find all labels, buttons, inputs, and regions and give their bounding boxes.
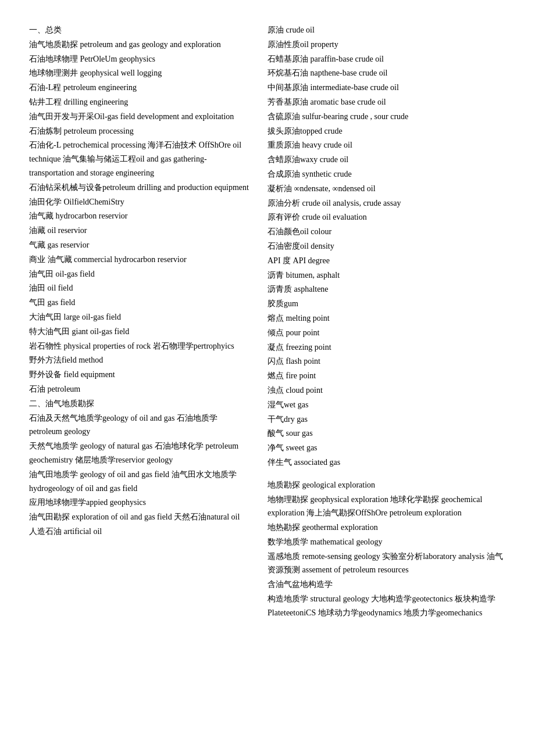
list-item: 中间基原油 intermediate-base crude oil — [268, 81, 506, 95]
list-item: 石油钻采机械与设备petroleum drilling and producti… — [29, 181, 250, 195]
list-item: 石油及天然气地质学geology of oil and gas 石油地质学 pe… — [29, 411, 250, 439]
list-item: 构造地质学 structural geology 大地构造学geotectoni… — [268, 592, 506, 620]
list-item: 石油化-L petrochemical processing 海洋石油技术 Of… — [29, 138, 250, 180]
list-item: 含硫原油 sulfur-bearing crude , sour crude — [268, 110, 506, 124]
list-item: 拔头原油topped crude — [268, 124, 506, 138]
list-item: 一、总类 — [29, 23, 250, 37]
list-item: 钻井工程 drilling engineering — [29, 95, 250, 109]
list-item: 野外设备 field equipment — [29, 368, 250, 382]
list-item: 气田 gas field — [29, 296, 250, 310]
list-item: 熔点 melting point — [268, 311, 506, 325]
blank-line — [268, 470, 506, 478]
list-item: 石油炼制 petroleum processing — [29, 124, 250, 138]
list-item: 石油-L程 petroleum engineering — [29, 81, 250, 95]
list-item: 净气 sweet gas — [268, 441, 506, 455]
list-item: 大油气田 large oil-gas field — [29, 310, 250, 324]
list-item: 油气田地质学 geology of oil and gas field 油气田水… — [29, 468, 250, 496]
list-item: 含油气盆地构造学 — [268, 578, 506, 592]
list-item: 伴生气 associated gas — [268, 456, 506, 470]
list-item: 闪点 flash point — [268, 354, 506, 368]
list-item: 石油 petroleum — [29, 382, 250, 396]
list-item: 倾点 pour point — [268, 326, 506, 340]
list-item: 石油颜色oil colour — [268, 225, 506, 239]
list-item: 石油密度oil density — [268, 239, 506, 253]
list-item: 石油地球物理 PetrOleUm geophysics — [29, 52, 250, 66]
list-item: 地质勘探 geological exploration — [268, 478, 506, 492]
list-item: 原油性质oil property — [268, 38, 506, 52]
list-item: 油田 oil field — [29, 281, 250, 295]
list-item: API 度 API degree — [268, 254, 506, 268]
list-item: 气藏 gas reservior — [29, 238, 250, 252]
list-item: 合成原油 synthetic crude — [268, 167, 506, 181]
list-item: 油气地质勘探 petroleum and gas geology and exp… — [29, 38, 250, 52]
list-item: 浊点 cloud point — [268, 384, 506, 397]
list-item: 原油分析 crude oil analysis, crude assay — [268, 196, 506, 210]
left-column: 一、总类油气地质勘探 petroleum and gas geology and… — [29, 23, 250, 621]
list-item: 油气田开发与开采Oil-gas field development and ex… — [29, 110, 250, 124]
list-item: 遥感地质 remote-sensing geology 实验室分析laborat… — [268, 550, 506, 578]
list-item: 岩石物性 physical properties of rock 岩石物理学pe… — [29, 339, 250, 353]
list-item: 重质原油 heavy crude oil — [268, 138, 506, 152]
list-item: 油气田 oil-gas field — [29, 267, 250, 281]
list-item: 环烷基石油 napthene-base crude oil — [268, 66, 506, 80]
list-item: 含蜡原油waxy crude oil — [268, 153, 506, 167]
list-item: 野外方法field method — [29, 353, 250, 367]
list-item: 数学地质学 mathematical geology — [268, 535, 506, 549]
list-item: 凝析油 ∞ndensate, ∞ndensed oil — [268, 182, 506, 196]
list-item: 地物理勘探 geophysical exploration 地球化学勘探 geo… — [268, 493, 506, 521]
list-item: 凝点 freezing point — [268, 341, 506, 354]
list-item: 酸气 sour gas — [268, 427, 506, 440]
list-item: 商业 油气藏 commercial hydrocarbon reservior — [29, 253, 250, 267]
main-content: 一、总类油气地质勘探 petroleum and gas geology and… — [29, 23, 506, 621]
list-item: 特大油气田 giant oil-gas field — [29, 325, 250, 339]
right-column: 原油 crude oil原油性质oil property石蜡基原油 paraff… — [268, 23, 506, 621]
list-item: 二、油气地质勘探 — [29, 397, 250, 411]
list-item: 地热勘探 geothermal exploration — [268, 521, 506, 535]
list-item: 沥青质 asphaltene — [268, 282, 506, 296]
list-item: 原有评价 crude oil evaluation — [268, 210, 506, 224]
list-item: 油藏 oil reservior — [29, 224, 250, 238]
list-item: 湿气wet gas — [268, 398, 506, 412]
list-item: 石蜡基原油 paraffin-base crude oil — [268, 52, 506, 66]
list-item: 油气田勘探 exploration of oil and gas field 天… — [29, 510, 250, 524]
list-item: 芳香基原油 aromatic base crude oil — [268, 95, 506, 109]
list-item: 沥青 bitumen, asphalt — [268, 268, 506, 282]
list-item: 燃点 fire point — [268, 369, 506, 383]
list-item: 地球物理测井 geophysical well logging — [29, 66, 250, 80]
list-item: 原油 crude oil — [268, 23, 506, 37]
list-item: 天然气地质学 geology of natural gas 石油地球化学 pet… — [29, 439, 250, 467]
list-item: 人造石油 artificial oil — [29, 525, 250, 539]
list-item: 干气dry gas — [268, 413, 506, 427]
list-item: 油田化学 OilfieldChemiStry — [29, 195, 250, 209]
list-item: 油气藏 hydrocarbon reservior — [29, 209, 250, 223]
list-item: 应用地球物理学appied geophysics — [29, 496, 250, 510]
list-item: 胶质gum — [268, 297, 506, 311]
